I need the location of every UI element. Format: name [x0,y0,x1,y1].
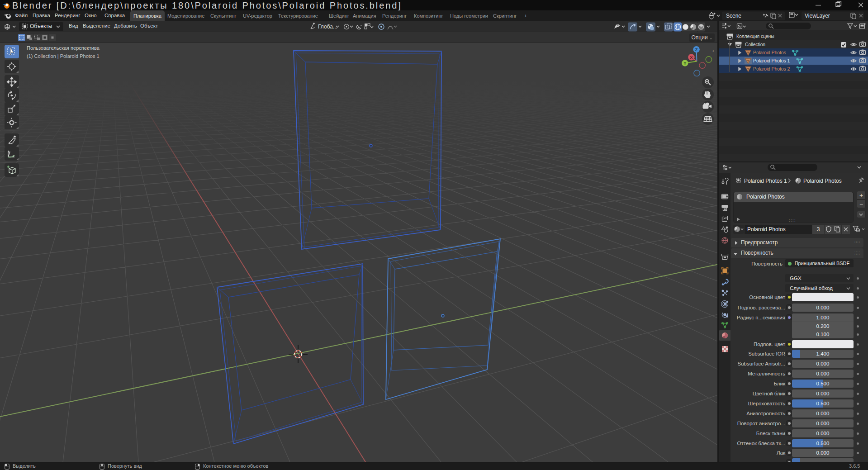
svg-text:‹: ‹ [712,48,714,53]
svg-text:Z: Z [695,47,698,52]
svg-text:X: X [690,55,693,60]
svg-text:Y: Y [683,61,687,66]
svg-text:Polaroid Photos: Polaroid Photos [803,178,842,184]
svg-text:Polaroid Photos 1: Polaroid Photos 1 [744,178,787,184]
svg-text:Scene: Scene [726,13,741,19]
svg-text:ViewLayer: ViewLayer [805,13,830,19]
svg-text:Глоба...: Глоба... [318,24,337,30]
